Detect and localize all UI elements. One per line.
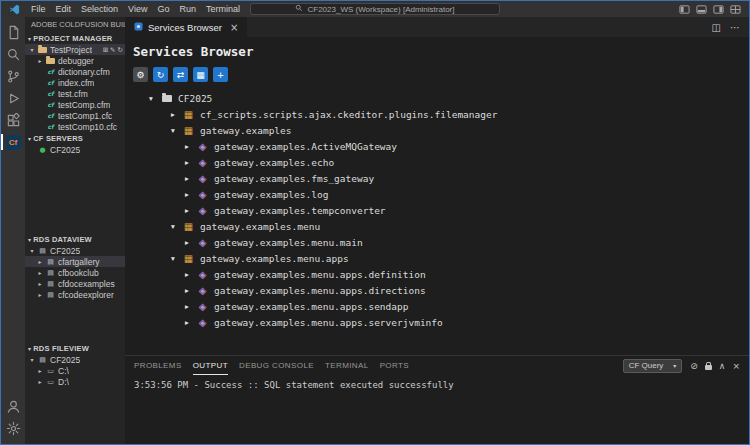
panel-tab[interactable]: TERMINAL <box>325 356 369 375</box>
close-panel-icon[interactable]: × <box>732 361 740 371</box>
search-icon[interactable] <box>1 43 25 65</box>
tree-item[interactable]: ▸ ◈ gateway.examples.fms_gateway <box>132 170 749 186</box>
chevron-down-icon[interactable]: ▾ <box>147 94 155 103</box>
tree-item[interactable]: ▾ ▦ gateway.examples <box>132 122 749 138</box>
chevron-right-icon[interactable]: ▸ <box>37 258 43 265</box>
explorer-icon[interactable] <box>1 21 25 43</box>
chevron-right-icon[interactable]: ▸ <box>183 174 191 183</box>
panel-tab[interactable]: OUTPUT <box>193 356 228 375</box>
chevron-right-icon[interactable]: ▸ <box>183 302 191 311</box>
sidebar-item[interactable]: cf testComp1.cfc <box>25 110 125 121</box>
tree-item[interactable]: ▸ ◈ gateway.examples.tempconverter <box>132 202 749 218</box>
section-header[interactable]: ▾ CF SERVERS <box>25 132 125 144</box>
add-project-icon[interactable]: ⊞ <box>103 46 108 54</box>
sidebar-item[interactable]: ▸ ▭ C:\ <box>25 365 125 376</box>
coldfusion-builder-icon[interactable]: Cf <box>1 131 25 153</box>
sidebar-item[interactable]: ▸ ▤ cfcodeexplorer <box>25 289 125 300</box>
split-editor-icon[interactable]: ◫ <box>712 22 721 33</box>
run-debug-icon[interactable] <box>1 87 25 109</box>
panel-tab[interactable]: DEBUG CONSOLE <box>239 356 314 375</box>
sidebar-item[interactable]: cf index.cfm <box>25 77 125 88</box>
chevron-right-icon[interactable]: ▸ <box>183 318 191 327</box>
chevron-right-icon[interactable]: ▸ <box>183 158 191 167</box>
toggle-sidebar-icon[interactable] <box>679 4 690 15</box>
section-header[interactable]: ▾ RDS FILEVIEW <box>25 342 125 354</box>
chevron-down-icon[interactable]: ▾ <box>169 126 177 135</box>
chevron-down-icon[interactable]: ▾ <box>29 356 35 363</box>
chevron-right-icon[interactable]: ▸ <box>37 367 43 374</box>
edit-icon[interactable]: ✎ <box>110 46 115 54</box>
account-icon[interactable] <box>1 395 25 417</box>
menu-item[interactable]: File <box>26 3 51 15</box>
tree-item[interactable]: ▸ ▦ cf_scripts.scripts.ajax.ckeditor.plu… <box>132 106 749 122</box>
tree-item[interactable]: ▾ ▦ gateway.examples.menu <box>132 218 749 234</box>
output-channel-select[interactable]: CF Query ▾ <box>623 359 683 373</box>
section-header[interactable]: ▾ RDS DATAVIEW <box>25 233 125 245</box>
chevron-right-icon[interactable]: ▸ <box>183 206 191 215</box>
tree-item[interactable]: ▸ ◈ gateway.examples.menu.apps.serverjvm… <box>132 314 749 330</box>
tree-item[interactable]: ▸ ◈ gateway.examples.menu.apps.sendapp <box>132 298 749 314</box>
more-actions-icon[interactable]: ⋯ <box>730 22 740 33</box>
chevron-right-icon[interactable]: ▸ <box>183 270 191 279</box>
grid-button[interactable]: ▦ <box>193 67 208 82</box>
chevron-down-icon[interactable]: ▾ <box>29 247 35 254</box>
chevron-right-icon[interactable]: ▸ <box>183 190 191 199</box>
menu-item[interactable]: Edit <box>51 3 77 15</box>
sidebar-item[interactable]: cf dictionary.cfm <box>25 66 125 77</box>
tree-item[interactable]: ▸ ◈ gateway.examples.menu.apps.direction… <box>132 282 749 298</box>
menu-item[interactable]: Terminal <box>201 3 245 15</box>
sidebar-item[interactable]: ● CF2025 <box>25 144 125 155</box>
settings-button[interactable]: ⚙ <box>133 67 148 82</box>
chevron-down-icon[interactable]: ▾ <box>169 222 177 231</box>
tree-item[interactable]: ▸ ◈ gateway.examples.menu.main <box>132 234 749 250</box>
tree-item[interactable]: ▸ ◈ gateway.examples.log <box>132 186 749 202</box>
chevron-right-icon[interactable]: ▸ <box>37 269 43 276</box>
output-console[interactable]: 3:53:56 PM - Success :: SQL statement ex… <box>125 375 749 444</box>
toggle-secondary-sidebar-icon[interactable] <box>713 4 724 15</box>
lock-icon[interactable] <box>705 362 712 370</box>
chevron-right-icon[interactable]: ▸ <box>183 142 191 151</box>
tree-item[interactable]: ▾ CF2025 <box>132 90 749 106</box>
sidebar-item[interactable]: ▸ ▤ cfartgallery <box>25 256 125 267</box>
sidebar-item[interactable]: ▾ ▤ CF2025 <box>25 354 125 365</box>
sidebar-item[interactable]: ▸ ▤ cfdocexamples <box>25 278 125 289</box>
toggle-panel-icon[interactable] <box>696 4 707 15</box>
sidebar-item[interactable]: ▾ TestProject ⊞✎↻ <box>25 44 125 55</box>
sidebar-item[interactable]: cf testComp.cfm <box>25 99 125 110</box>
menu-item[interactable]: Go <box>152 3 174 15</box>
panel-tab[interactable]: PROBLEMS <box>134 356 182 375</box>
maximize-panel-icon[interactable]: ∧ <box>719 361 726 371</box>
chevron-down-icon[interactable]: ▾ <box>169 254 177 263</box>
chevron-right-icon[interactable]: ▸ <box>37 280 43 287</box>
sidebar-item[interactable]: ▾ ▤ CF2025 <box>25 245 125 256</box>
chevron-right-icon[interactable]: ▸ <box>37 378 43 385</box>
settings-gear-icon[interactable] <box>1 417 25 439</box>
add-button[interactable]: + <box>213 67 228 82</box>
sidebar-item[interactable]: cf test.cfm <box>25 88 125 99</box>
panel-tab[interactable]: PORTS <box>380 356 409 375</box>
menu-item[interactable]: View <box>123 3 152 15</box>
sidebar-item[interactable]: cf testComp10.cfc <box>25 121 125 132</box>
tree-item[interactable]: ▸ ◈ gateway.examples.echo <box>132 154 749 170</box>
tree-item[interactable]: ▸ ◈ gateway.examples.ActiveMQGateway <box>132 138 749 154</box>
chevron-right-icon[interactable]: ▸ <box>37 291 43 298</box>
source-control-icon[interactable] <box>1 65 25 87</box>
command-center[interactable]: CF2023_WS (Workspace) [Administrator] <box>250 3 500 15</box>
refresh-icon[interactable]: ↻ <box>118 46 123 54</box>
sync-button[interactable]: ⇄ <box>173 67 188 82</box>
sidebar-item[interactable]: ▸ debugger <box>25 55 125 66</box>
refresh-button[interactable]: ↻ <box>153 67 168 82</box>
customize-layout-icon[interactable] <box>730 4 741 15</box>
clear-output-icon[interactable]: ⊘ <box>690 361 698 371</box>
chevron-right-icon[interactable]: ▸ <box>169 110 177 119</box>
chevron-right-icon[interactable]: ▸ <box>183 238 191 247</box>
chevron-down-icon[interactable]: ▾ <box>29 46 35 53</box>
sidebar-item[interactable]: ▸ ▭ D:\ <box>25 376 125 387</box>
extensions-icon[interactable] <box>1 109 25 131</box>
menu-item[interactable]: Selection <box>76 3 123 15</box>
tree-item[interactable]: ▾ ▦ gateway.examples.menu.apps <box>132 250 749 266</box>
menu-item[interactable]: Run <box>174 3 201 15</box>
sidebar-item[interactable]: ▸ ▤ cfbookclub <box>25 267 125 278</box>
section-header[interactable]: ▾ PROJECT MANAGER <box>25 32 125 44</box>
chevron-right-icon[interactable]: ▸ <box>37 57 43 64</box>
